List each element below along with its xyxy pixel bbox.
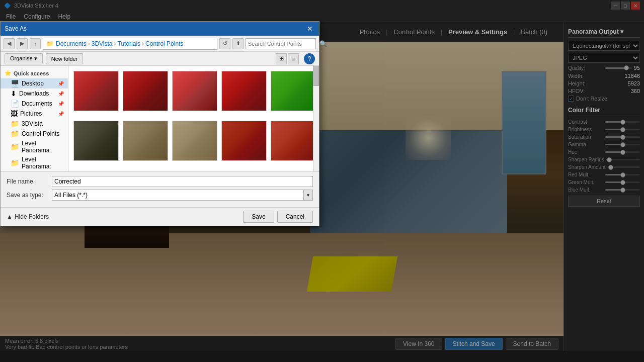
hide-folders-link[interactable]: ▲ Hide Folders — [7, 213, 49, 220]
file-thumb-8[interactable] — [172, 121, 217, 161]
organise-button[interactable]: Organise ▾ — [5, 53, 43, 64]
view-grid-button[interactable]: ⊞ — [276, 53, 287, 64]
dialog-buttons: Save Cancel — [243, 211, 313, 223]
file-thumb-10[interactable] — [271, 121, 316, 161]
dialog-save-button[interactable]: Save — [243, 211, 274, 223]
sidebar-item-downloads[interactable]: ⬇ Downloads 📌 — [1, 88, 68, 99]
sidebar-desktop-label: Desktop — [22, 80, 44, 87]
file-name-label: File name — [7, 178, 52, 185]
sidebar-item-documents[interactable]: 📄 Documents 📌 — [1, 99, 68, 109]
view-toggle: ⊞ ≡ — [276, 53, 299, 64]
documents-icon: 📄 — [11, 100, 19, 108]
dialog-file-area — [68, 66, 319, 171]
dialog-content: ⭐ Quick access 🖥️ Desktop 📌 ⬇ Downloads … — [1, 66, 319, 171]
desktop-icon: 🖥️ — [11, 79, 19, 87]
quick-access-icon: ⭐ — [5, 70, 12, 76]
sidebar-item-3dvista[interactable]: 📁 3DVista — [1, 119, 68, 129]
back-button[interactable]: ◀ — [4, 38, 15, 49]
sidebar-item-desktop[interactable]: 🖥️ Desktop 📌 — [1, 78, 68, 88]
control-points-folder-icon: 📁 — [11, 130, 19, 138]
sidebar-documents-label: Documents — [22, 100, 52, 107]
dialog-toolbar: ◀ ▶ ↑ 📁 Documents › 3DVista › Tutorials … — [1, 36, 319, 52]
breadcrumb-icon: 📁 — [46, 40, 54, 47]
dialog-title: Save As — [5, 25, 27, 32]
search-box: 🔍 — [246, 38, 316, 49]
pin-icon2: 📌 — [58, 91, 64, 97]
up-button[interactable]: ↑ — [30, 38, 41, 49]
file-thumb-3[interactable] — [172, 71, 217, 111]
quick-access-header[interactable]: ⭐ Quick access — [1, 68, 68, 78]
file-thumb-2[interactable] — [123, 71, 168, 111]
quick-access-label: Quick access — [14, 70, 49, 76]
dialog-bottom: File name Save as type: ▼ — [1, 171, 319, 207]
sidebar-control-points-label: Control Points — [22, 130, 59, 137]
dialog-cancel-button[interactable]: Cancel — [277, 211, 313, 223]
file-thumb-5[interactable] — [271, 71, 316, 111]
file-thumb-4[interactable] — [221, 71, 267, 111]
file-thumb-1[interactable] — [73, 71, 119, 111]
sidebar-item-pictures[interactable]: 🖼 Pictures 📌 — [1, 109, 68, 119]
sidebar-3dvista-label: 3DVista — [22, 120, 43, 127]
pin-icon: 📌 — [58, 81, 64, 86]
dialog-sidebar: ⭐ Quick access 🖥️ Desktop 📌 ⬇ Downloads … — [1, 66, 68, 171]
sidebar-downloads-label: Downloads — [19, 90, 49, 97]
sidebar-item-level-panorama2[interactable]: 📁 Level Panorama: — [1, 155, 68, 171]
save-as-dialog: Save As ✕ ◀ ▶ ↑ 📁 Documents › 3DVista › … — [0, 21, 319, 226]
folder-button[interactable]: ⬆ — [232, 38, 244, 49]
3dvista-folder-icon: 📁 — [11, 120, 19, 128]
help-button[interactable]: ? — [304, 53, 315, 64]
view-list-button[interactable]: ≡ — [288, 53, 299, 64]
pin-icon4: 📌 — [58, 111, 64, 117]
level-panorama2-icon: 📁 — [11, 159, 19, 167]
pictures-icon: 🖼 — [11, 110, 18, 118]
file-name-input[interactable] — [52, 176, 313, 187]
sidebar-item-level-panorama1[interactable]: 📁 Level Panorama — [1, 139, 68, 155]
save-type-input[interactable] — [52, 190, 304, 201]
sidebar-level-panorama1-label: Level Panorama — [22, 140, 64, 154]
save-type-row: Save as type: ▼ — [7, 190, 313, 201]
sidebar-level-panorama2-label: Level Panorama: — [22, 156, 64, 170]
sidebar-pictures-label: Pictures — [20, 110, 42, 117]
forward-button[interactable]: ▶ — [17, 38, 28, 49]
breadcrumb-bar: 📁 Documents › 3DVista › Tutorials › Cont… — [43, 38, 217, 50]
file-thumb-9[interactable] — [221, 121, 267, 161]
search-input[interactable] — [248, 41, 317, 47]
breadcrumb-tutorials[interactable]: Tutorials — [118, 40, 141, 47]
dialog-actions-bar: Organise ▾ New folder ⊞ ≡ ? — [1, 52, 319, 66]
search-icon: 🔍 — [319, 40, 327, 47]
breadcrumb-control-points[interactable]: Control Points — [145, 40, 183, 47]
pin-icon3: 📌 — [58, 101, 64, 107]
level-panorama1-icon: 📁 — [11, 143, 19, 151]
downloads-icon: ⬇ — [11, 89, 17, 98]
file-name-row: File name — [7, 176, 313, 187]
save-type-label: Save as type: — [7, 192, 52, 199]
new-folder-button[interactable]: New folder — [46, 53, 84, 64]
refresh-button[interactable]: ↺ — [219, 38, 230, 49]
dialog-footer: ▲ Hide Folders Save Cancel — [1, 207, 319, 226]
hide-folders-label: Hide Folders — [15, 213, 49, 220]
file-thumb-6[interactable] — [73, 121, 119, 161]
save-type-dropdown-button[interactable]: ▼ — [304, 190, 313, 201]
file-scrollbar[interactable] — [313, 66, 319, 171]
sidebar-item-control-points[interactable]: 📁 Control Points — [1, 129, 68, 139]
dialog-titlebar: Save As ✕ — [1, 22, 319, 36]
chevron-up-icon: ▲ — [7, 213, 13, 220]
file-scrollbar-thumb — [313, 66, 319, 86]
dialog-close-button[interactable]: ✕ — [305, 24, 315, 34]
breadcrumb-documents[interactable]: Documents — [56, 40, 87, 47]
breadcrumb-3dvista[interactable]: 3DVista — [92, 40, 113, 47]
file-grid — [68, 66, 319, 171]
file-thumb-7[interactable] — [123, 121, 168, 161]
